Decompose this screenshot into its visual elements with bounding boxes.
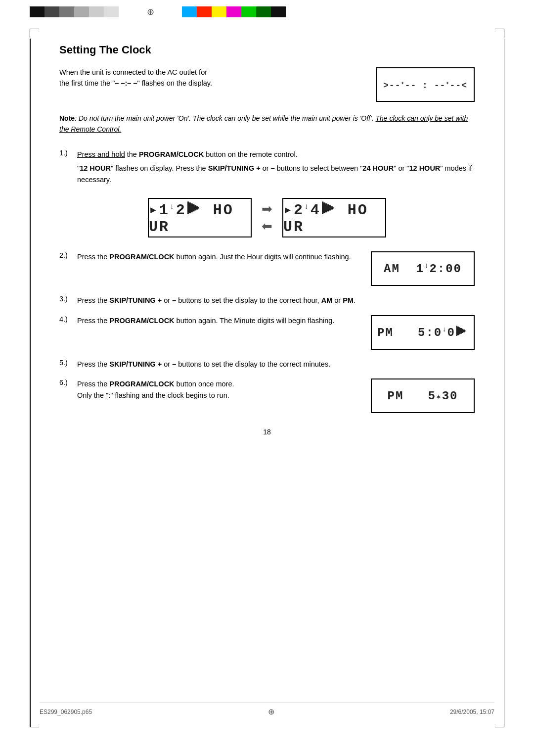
step-6-display: PM 5✶30 [371, 378, 475, 413]
arrow-left-icon: ⬅ [262, 219, 272, 234]
step-4: 4.) Press the PROGRAM/CLOCK button again… [59, 315, 361, 326]
swatch-mid-gray [59, 6, 74, 17]
step-6-display-text: PM 5✶30 [388, 389, 458, 403]
border-corner-br [495, 718, 504, 727]
swatch-red [197, 6, 212, 17]
swatch-dark-gray [44, 6, 59, 17]
border-corner-tl [30, 29, 39, 38]
intro-display-box: >--✦-- : --✦--< [376, 67, 475, 102]
hour-displays: ▸1↓2⯈ HO UR ➡ ⬅ ▸2↓4⯈ HO UR [59, 198, 475, 237]
swatch-lightest-gray [104, 6, 119, 17]
step-3-row: 3.) Press the SKIP/TUNING + or – buttons… [59, 295, 475, 306]
step-2-left: 2.) Press the PROGRAM/CLOCK button again… [59, 251, 361, 262]
intro-section: When the unit is connected to the AC out… [59, 67, 475, 102]
top-color-bar: ⊕ [0, 0, 534, 24]
step-2-content: Press the PROGRAM/CLOCK button again. Ju… [77, 251, 361, 262]
arrows-block: ➡ ⬅ [262, 201, 272, 234]
footer-crosshair: ⊕ [268, 707, 274, 716]
swatch-lighter-gray [89, 6, 104, 17]
step-3-number: 3.) [59, 295, 73, 303]
step-6-number: 6.) [59, 378, 73, 386]
swatch-green [241, 6, 256, 17]
left-swatches [30, 6, 119, 17]
step-4-number: 4.) [59, 315, 73, 323]
step-1-content: Press and hold the PROGRAM/CLOCK button … [77, 149, 475, 188]
step-5-content: Press the SKIP/TUNING + or – buttons to … [77, 359, 361, 370]
step-2: 2.) Press the PROGRAM/CLOCK button again… [59, 251, 361, 262]
step-6-left: 6.) Press the PROGRAM/CLOCK button once … [59, 378, 361, 401]
step-4-row: 4.) Press the PROGRAM/CLOCK button again… [59, 315, 475, 350]
step-3-left: 3.) Press the SKIP/TUNING + or – buttons… [59, 295, 361, 306]
footer-left: ES299_062905.p65 [40, 709, 92, 715]
page-title: Setting The Clock [59, 44, 475, 56]
step-4-left: 4.) Press the PROGRAM/CLOCK button again… [59, 315, 361, 326]
step-2-row: 2.) Press the PROGRAM/CLOCK button again… [59, 251, 475, 286]
step-5-row: 5.) Press the SKIP/TUNING + or – buttons… [59, 359, 475, 370]
swatch-black [30, 6, 44, 17]
swatch-cyan [182, 6, 197, 17]
step-3: 3.) Press the SKIP/TUNING + or – buttons… [59, 295, 361, 306]
step-5: 5.) Press the SKIP/TUNING + or – buttons… [59, 359, 361, 370]
border-line-left [30, 39, 31, 727]
step-2-display: AM 1↓2:00 [371, 251, 475, 286]
step-1-number: 1.) [59, 149, 73, 157]
intro-display-text: >--✦-- : --✦--< [383, 79, 467, 91]
step-1-text: Press and hold the PROGRAM/CLOCK button … [77, 149, 475, 160]
step-2-display-area: AM 1↓2:00 [371, 251, 475, 286]
note-label: Note [59, 114, 75, 122]
swatch-magenta [226, 6, 241, 17]
right-swatches [182, 6, 286, 17]
step-4-display: PM 5:0↓0⯈ [371, 315, 475, 350]
swatch-black2 [271, 6, 286, 17]
note-section: Note: Do not turn the main unit power 'O… [59, 113, 475, 135]
swatch-light-gray [74, 6, 89, 17]
step-1-subtext: "12 HOUR" flashes on display. Press the … [77, 163, 475, 185]
step-4-content: Press the PROGRAM/CLOCK button again. Th… [77, 315, 361, 326]
step-5-number: 5.) [59, 359, 73, 367]
step-5-left: 5.) Press the SKIP/TUNING + or – buttons… [59, 359, 361, 370]
step-6-display-area: PM 5✶30 [371, 378, 475, 413]
footer-bar: ES299_062905.p65 ⊕ 29/6/2005, 15:07 [40, 703, 494, 716]
main-content: Setting The Clock When the unit is conne… [0, 24, 534, 485]
step-1: 1.) Press and hold the PROGRAM/CLOCK but… [59, 149, 475, 188]
border-line-right [504, 39, 505, 727]
step-6-row: 6.) Press the PROGRAM/CLOCK button once … [59, 378, 475, 413]
border-corner-tr [495, 29, 504, 38]
swatch-yellow [212, 6, 226, 17]
crosshair-icon: ⊕ [143, 5, 157, 19]
step-4-display-area: PM 5:0↓0⯈ [371, 315, 475, 350]
step-6: 6.) Press the PROGRAM/CLOCK button once … [59, 378, 361, 401]
display-12-hour: ▸1↓2⯈ HO UR [148, 198, 252, 237]
step-4-display-text: PM 5:0↓0⯈ [377, 325, 468, 339]
swatch-dark-green [256, 6, 271, 17]
display-24-hour: ▸2↓4⯈ HO UR [282, 198, 386, 237]
page-number: 18 [59, 428, 475, 436]
intro-line1: When the unit is connected to the AC out… [59, 68, 207, 76]
step-2-display-text: AM 1↓2:00 [384, 262, 462, 276]
step-2-number: 2.) [59, 251, 73, 259]
step-6-content: Press the PROGRAM/CLOCK button once more… [77, 378, 361, 401]
border-corner-bl [30, 718, 39, 727]
step-3-content: Press the SKIP/TUNING + or – buttons to … [77, 295, 361, 306]
intro-text: When the unit is connected to the AC out… [59, 67, 361, 89]
arrow-right-icon: ➡ [262, 201, 272, 217]
footer-right: 29/6/2005, 15:07 [450, 709, 494, 715]
intro-line2: the first time the "– –:– –" flashes on … [59, 79, 212, 87]
note-text: : Do not turn the main unit power 'On'. … [59, 114, 468, 133]
